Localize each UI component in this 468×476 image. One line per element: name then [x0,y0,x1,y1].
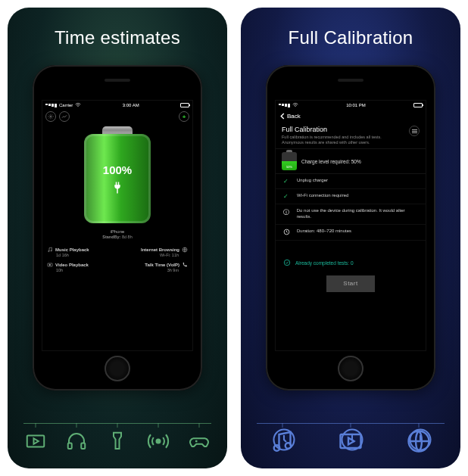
video-icon [47,262,53,268]
back-button[interactable]: Back [280,113,301,120]
status-bar: Carrier 3:00 AM [42,101,192,110]
estimate-browsing: Internet Browsing Wi-Fi: 11h [120,247,188,257]
estimate-video: Video Playback 10h [47,262,114,272]
time-estimates-card: Time estimates Carrier 3:00 AM [8,8,227,468]
charge-required-row: 50% Charge level required: 50% [276,148,426,174]
battery-graphic: 100% [84,126,151,223]
phone-frame: Carrier 3:00 AM + [33,65,202,390]
svg-point-8 [157,440,161,443]
step-unplug: ✓ Unplug charger [276,174,426,189]
rail-hotspot-icon [145,428,172,455]
svg-point-0 [50,116,51,117]
music-note-icon [47,247,53,253]
step-wifi: ✓ Wi-Fi connection required [276,189,426,204]
status-bar: 10:01 PM [276,101,426,110]
globe-icon [182,247,188,253]
header-block: Full Calibration Full calibration is rec… [276,123,426,148]
clock-label: 10:01 PM [346,103,366,107]
rail-gamepad-icon [186,428,213,455]
screen: Carrier 3:00 AM + [42,100,193,351]
rail-flashlight-icon [104,428,131,455]
settings-button[interactable] [45,111,56,122]
start-button[interactable]: Start [326,275,375,292]
check-circle-icon [283,259,291,268]
step-nouse: ⓘ Do not use the device during calibrati… [276,204,426,225]
nav-bar: Back [276,110,426,123]
icon-rail [15,428,220,455]
carrier-label: Carrier [59,103,73,107]
check-icon: ✓ [283,178,291,185]
plug-icon [111,181,124,194]
header-subtitle: Full calibration is recommended and incl… [282,135,395,145]
svg-point-10 [284,260,290,266]
phone-frame: 10:01 PM Back Full Calibration Full cali… [266,65,435,390]
rail-globe-icon [405,428,432,455]
full-calibration-card: Full Calibration 10:01 PM Back [241,8,460,468]
check-icon: ✓ [283,193,291,200]
svg-rect-6 [68,443,72,450]
rail-video-icon [337,428,364,455]
add-button[interactable]: + [179,111,189,122]
phone-icon [182,262,188,268]
standby-row: StandBy: 8d 8h [42,235,192,239]
step-duration: Duration: 480–720 minutes [276,225,426,241]
battery-percent: 100% [103,163,132,176]
svg-rect-7 [81,443,85,450]
charge-required-label: Charge level required: 50% [301,159,361,164]
card-title: Full Calibration [289,27,413,48]
menu-button[interactable] [409,126,420,136]
svg-point-2 [51,250,51,251]
rail-music-icon [269,428,296,455]
rail-video-icon [22,428,49,455]
wifi-icon [292,103,298,107]
estimate-grid: Music Playback 1d 16h Internet Browsing … [42,247,192,272]
header-title: Full Calibration [282,126,395,133]
wifi-icon [75,103,81,107]
signal-icon [279,104,290,107]
svg-rect-5 [27,436,45,447]
estimate-voip: Talk Time (VoIP) 3h 9m [120,262,188,272]
already-completed-row: Already completed tests: 0 [276,254,426,272]
battery-icon [413,103,423,107]
signal-icon [45,104,57,107]
device-model: iPhone [42,229,192,234]
icon-rail [248,428,453,455]
clock-icon [283,229,291,236]
half-battery-icon: 50% [282,152,297,170]
top-bar: + [42,110,192,123]
screen: 10:01 PM Back Full Calibration Full cali… [275,100,426,351]
card-title: Time estimates [55,27,180,48]
svg-point-1 [48,250,49,251]
battery-icon [180,103,189,107]
stats-button[interactable] [59,111,70,122]
clock-label: 3:00 AM [123,103,139,107]
info-icon: ⓘ [283,208,291,216]
estimate-music: Music Playback 1d 16h [47,247,114,257]
rail-headphones-icon [63,428,90,455]
